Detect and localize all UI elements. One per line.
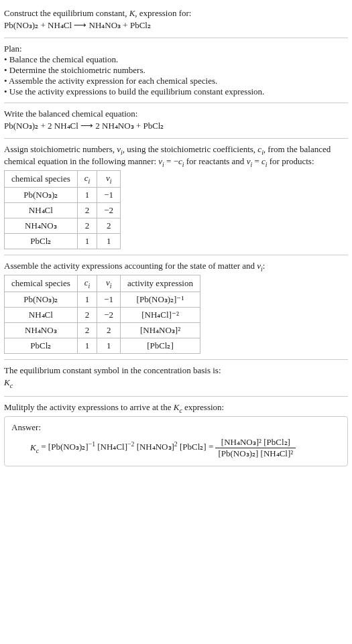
plan-bullet: • Balance the chemical equation. xyxy=(4,54,348,65)
cell-ci: 1 xyxy=(77,233,97,249)
divider xyxy=(4,103,348,103)
kc-symbol: Kc xyxy=(4,377,348,389)
table-row: NH₄Cl2−2[NH₄Cl]⁻² xyxy=(5,307,200,322)
plan-section: Plan: • Balance the chemical equation. •… xyxy=(4,40,348,101)
cell-species: PbCl₂ xyxy=(5,233,78,249)
table-row: PbCl₂11[PbCl₂] xyxy=(5,338,200,353)
col-ci: ci xyxy=(77,275,97,292)
cell-activity: [Pb(NO₃)₂]⁻¹ xyxy=(121,292,200,307)
cell-vi: −2 xyxy=(97,307,121,322)
plan-bullet: • Determine the stoichiometric numbers. xyxy=(4,65,348,76)
col-vi: νi xyxy=(97,171,121,188)
cell-species: NH₄Cl xyxy=(5,202,78,218)
stoich-section: Assign stoichiometric numbers, νi, using… xyxy=(4,140,348,253)
divider xyxy=(4,396,348,397)
table-row: Pb(NO₃)₂1−1[Pb(NO₃)₂]⁻¹ xyxy=(5,292,200,307)
cell-ci: 1 xyxy=(77,338,97,353)
cell-vi: 2 xyxy=(97,322,121,338)
balanced-equation: Pb(NO₃)₂ + 2 NH₄Cl ⟶ 2 NH₄NO₃ + PbCl₂ xyxy=(4,121,348,131)
cell-vi: 1 xyxy=(97,233,121,249)
cell-species: NH₄NO₃ xyxy=(5,322,78,338)
cell-ci: 2 xyxy=(77,218,97,233)
plan-bullet: • Assemble the activity expression for e… xyxy=(4,76,348,86)
cell-vi: −1 xyxy=(97,292,121,307)
divider xyxy=(4,38,348,38)
table-header-row: chemical species ci νi activity expressi… xyxy=(5,275,200,292)
table-header-row: chemical species ci νi xyxy=(5,171,121,188)
multiply-section: Mulitply the activity expressions to arr… xyxy=(4,398,348,471)
divider xyxy=(4,138,348,139)
activity-text: Assemble the activity expressions accoun… xyxy=(4,261,348,273)
plan-heading: Plan: xyxy=(4,44,348,54)
col-species: chemical species xyxy=(5,275,78,292)
activity-table: chemical species ci νi activity expressi… xyxy=(4,275,200,354)
table-row: NH₄Cl2−2 xyxy=(5,202,121,218)
cell-species: NH₄Cl xyxy=(5,307,78,322)
answer-fraction: [NH₄NO₃]² [PbCl₂] [Pb(NO₃)₂] [NH₄Cl]² xyxy=(215,437,296,459)
divider xyxy=(4,359,348,360)
cell-activity: [NH₄Cl]⁻² xyxy=(121,307,200,322)
table-row: PbCl₂11 xyxy=(5,233,121,249)
cell-vi: 2 xyxy=(97,218,121,233)
fraction-numerator: [NH₄NO₃]² [PbCl₂] xyxy=(215,437,296,448)
cell-ci: 2 xyxy=(77,202,97,218)
cell-ci: 1 xyxy=(77,187,97,202)
plan-bullet: • Use the activity expressions to build … xyxy=(4,86,348,97)
intro-equation: Pb(NO₃)₂ + NH₄Cl ⟶ NH₄NO₃ + PbCl₂ xyxy=(4,20,348,31)
kc-symbol-text: The equilibrium constant symbol in the c… xyxy=(4,365,348,376)
multiply-text: Mulitply the activity expressions to arr… xyxy=(4,402,348,414)
cell-species: Pb(NO₃)₂ xyxy=(5,187,78,202)
cell-ci: 2 xyxy=(77,322,97,338)
cell-ci: 2 xyxy=(77,307,97,322)
cell-vi: −1 xyxy=(97,187,121,202)
fraction-denominator: [Pb(NO₃)₂] [NH₄Cl]² xyxy=(215,448,296,459)
answer-expression: Kc = [Pb(NO₃)₂]−1 [NH₄Cl]−2 [NH₄NO₃]2 [P… xyxy=(11,437,341,459)
col-vi: νi xyxy=(97,275,121,292)
divider xyxy=(4,255,348,255)
table-row: Pb(NO₃)₂1−1 xyxy=(5,187,121,202)
cell-species: PbCl₂ xyxy=(5,338,78,353)
activity-section: Assemble the activity expressions accoun… xyxy=(4,257,348,358)
table-row: NH₄NO₃22 xyxy=(5,218,121,233)
cell-vi: −2 xyxy=(97,202,121,218)
stoich-text: Assign stoichiometric numbers, νi, using… xyxy=(4,144,348,168)
stoich-table: chemical species ci νi Pb(NO₃)₂1−1 NH₄Cl… xyxy=(4,170,121,249)
balanced-section: Write the balanced chemical equation: Pb… xyxy=(4,105,348,137)
balanced-heading: Write the balanced chemical equation: xyxy=(4,109,348,119)
cell-ci: 1 xyxy=(77,292,97,307)
intro-text: Construct the equilibrium constant, K, e… xyxy=(4,8,191,18)
cell-activity: [NH₄NO₃]² xyxy=(121,322,200,338)
intro-section: Construct the equilibrium constant, K, e… xyxy=(4,3,348,36)
cell-species: NH₄NO₃ xyxy=(5,218,78,233)
col-ci: ci xyxy=(77,171,97,188)
cell-species: Pb(NO₃)₂ xyxy=(5,292,78,307)
answer-label: Answer: xyxy=(11,422,341,433)
cell-activity: [PbCl₂] xyxy=(121,338,200,353)
col-activity: activity expression xyxy=(121,275,200,292)
col-species: chemical species xyxy=(5,171,78,188)
table-row: NH₄NO₃22[NH₄NO₃]² xyxy=(5,322,200,338)
answer-box: Answer: Kc = [Pb(NO₃)₂]−1 [NH₄Cl]−2 [NH₄… xyxy=(4,416,348,466)
cell-vi: 1 xyxy=(97,338,121,353)
kc-symbol-section: The equilibrium constant symbol in the c… xyxy=(4,361,348,395)
